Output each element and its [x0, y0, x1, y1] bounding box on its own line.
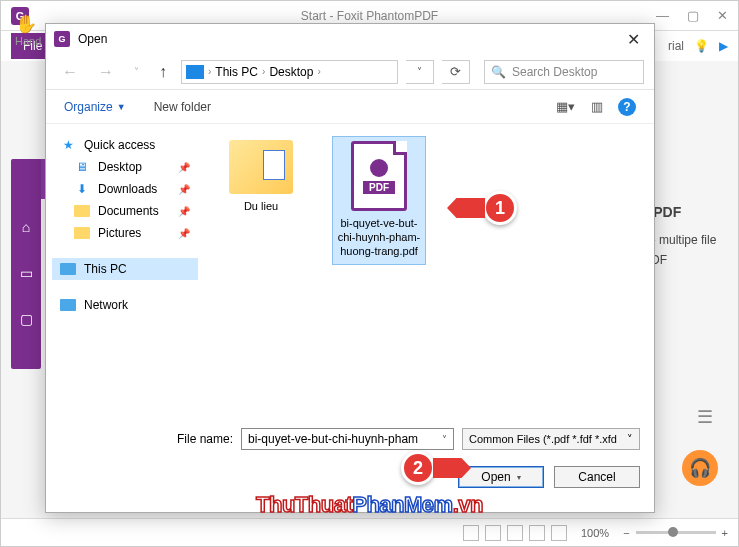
sidebar-this-pc[interactable]: This PC [52, 258, 198, 280]
desktop-icon: 🖥 [74, 160, 90, 174]
bulb-icon[interactable]: 💡 [694, 39, 709, 53]
left-rail[interactable]: ⌂▭▢ [11, 159, 41, 369]
open-dialog: G Open ✕ ← → ˅ ↑ › This PC › Desktop › ˅… [45, 23, 655, 513]
app-title: Start - Foxit PhantomPDF [301, 9, 438, 23]
watermark: ThuThuatPhanMem.vn [256, 492, 483, 518]
cancel-button[interactable]: Cancel [554, 466, 640, 488]
chevron-right-icon: › [262, 66, 265, 77]
nav-up-icon[interactable]: ↑ [153, 61, 173, 83]
file-name-input[interactable]: bi-quyet-ve-but-chi-huynh-pham ˅ [241, 428, 454, 450]
sidebar-network[interactable]: Network [52, 294, 198, 316]
layout-icon-4[interactable] [529, 525, 545, 541]
dialog-title: Open [78, 32, 107, 46]
pin-icon: 📌 [178, 184, 190, 195]
folder-icon [229, 140, 293, 194]
nav-forward-icon[interactable]: → [92, 61, 120, 83]
monitor-icon [60, 262, 76, 276]
search-icon: 🔍 [491, 65, 506, 79]
help-icon[interactable]: ? [618, 98, 636, 116]
chevron-right-icon[interactable]: ▶ [719, 39, 728, 53]
zoom-in-icon[interactable]: + [722, 527, 728, 539]
breadcrumb-dropdown[interactable]: ˅ [406, 60, 434, 84]
chevron-down-icon: ▼ [117, 102, 126, 112]
pdf-icon: PDF [351, 141, 407, 211]
network-icon [60, 298, 76, 312]
arrow-right-icon [433, 458, 471, 478]
callout-1: 1 [447, 191, 517, 225]
hand-label: Hand [15, 35, 41, 47]
pin-icon: 📌 [178, 228, 190, 239]
sidebar-downloads[interactable]: ⬇ Downloads 📌 [52, 178, 198, 200]
breadcrumb-pc[interactable]: This PC [215, 65, 258, 79]
chevron-right-icon: › [317, 66, 320, 77]
organize-menu[interactable]: Organize▼ [64, 100, 126, 114]
zoom-slider[interactable] [636, 531, 716, 534]
new-folder-button[interactable]: New folder [154, 100, 211, 114]
search-placeholder: Search Desktop [512, 65, 597, 79]
view-icon[interactable]: ▦▾ [554, 98, 576, 116]
breadcrumb-desktop[interactable]: Desktop [269, 65, 313, 79]
close-icon[interactable]: ✕ [621, 30, 646, 49]
layout-icon-3[interactable] [507, 525, 523, 541]
support-button[interactable]: 🎧 [682, 450, 718, 486]
download-icon: ⬇ [74, 182, 90, 196]
layout-icon-5[interactable] [551, 525, 567, 541]
refresh-icon[interactable]: ⟳ [442, 60, 470, 84]
pictures-icon [74, 226, 90, 240]
preview-icon[interactable]: ▥ [586, 98, 608, 116]
file-item-folder[interactable]: Du lieu [214, 136, 308, 220]
documents-icon [74, 204, 90, 218]
list-icon[interactable]: ☰ [697, 406, 713, 428]
file-item-pdf[interactable]: PDF bi-quyet-ve-but-chi-huynh-pham-huong… [332, 136, 426, 265]
chevron-down-icon[interactable]: ˅ [442, 434, 447, 445]
file-area[interactable]: Du lieu PDF bi-quyet-ve-but-chi-huynh-ph… [204, 124, 654, 412]
pin-icon: 📌 [178, 206, 190, 217]
sidebar-desktop[interactable]: 🖥 Desktop 📌 [52, 156, 198, 178]
zoom-value: 100% [581, 527, 609, 539]
nav-recent-icon[interactable]: ˅ [128, 64, 145, 79]
file-label: bi-quyet-ve-but-chi-huynh-pham-huong-tra… [335, 217, 423, 258]
pc-icon [186, 65, 204, 79]
sidebar-pictures[interactable]: Pictures 📌 [52, 222, 198, 244]
file-label: Du lieu [216, 200, 306, 214]
callout-number: 1 [483, 191, 517, 225]
trial-text: rial [668, 39, 684, 53]
layout-icon-2[interactable] [485, 525, 501, 541]
chevron-down-icon: ˅ [627, 433, 633, 446]
callout-number: 2 [401, 451, 435, 485]
file-name-label: File name: [177, 432, 233, 446]
sidebar-quick-access[interactable]: ★ Quick access [52, 134, 198, 156]
hand-icon[interactable]: ✋ [15, 13, 41, 35]
chevron-down-icon: ▾ [517, 473, 521, 482]
pin-icon: 📌 [178, 162, 190, 173]
chevron-right-icon: › [208, 66, 211, 77]
sidebar: ★ Quick access 🖥 Desktop 📌 ⬇ Downloads 📌… [46, 124, 204, 412]
layout-icon-1[interactable] [463, 525, 479, 541]
callout-2: 2 [401, 451, 471, 485]
nav-back-icon[interactable]: ← [56, 61, 84, 83]
search-input[interactable]: 🔍 Search Desktop [484, 60, 644, 84]
sidebar-documents[interactable]: Documents 📌 [52, 200, 198, 222]
arrow-left-icon [447, 198, 485, 218]
zoom-out-icon[interactable]: − [623, 527, 629, 539]
window-controls[interactable]: —▢✕ [656, 8, 728, 23]
dialog-icon: G [54, 31, 70, 47]
star-icon: ★ [60, 138, 76, 152]
breadcrumb[interactable]: › This PC › Desktop › [181, 60, 398, 84]
file-type-filter[interactable]: Common Files (*.pdf *.fdf *.xfd ˅ [462, 428, 640, 450]
